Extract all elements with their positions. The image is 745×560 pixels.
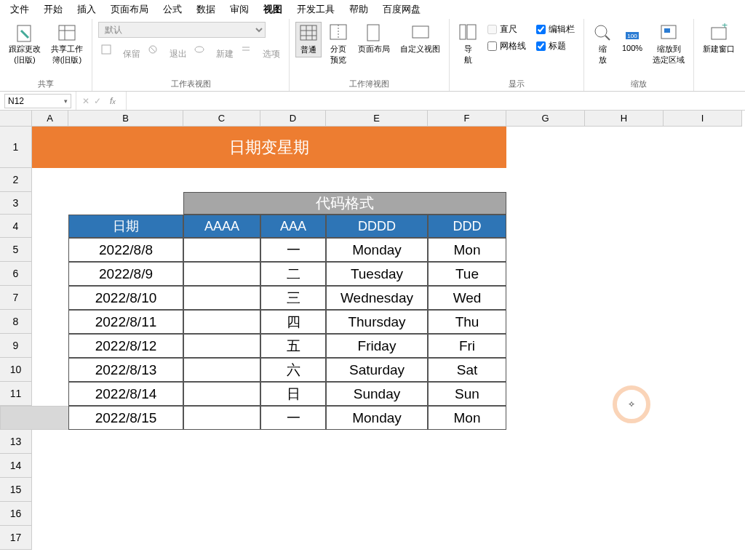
table-cell[interactable] [183, 382, 260, 406]
column-header[interactable]: D [260, 111, 326, 127]
menu-item-6[interactable]: 审阅 [223, 0, 256, 19]
row-header[interactable]: 8 [0, 310, 32, 334]
table-cell[interactable]: Sat [428, 358, 506, 382]
table-cell[interactable] [183, 406, 260, 430]
ruler-checkbox[interactable]: 直尺 [485, 22, 529, 37]
name-box[interactable]: N12▾ [4, 94, 71, 108]
menu-item-2[interactable]: 插入 [70, 0, 103, 19]
formula-input[interactable] [127, 92, 745, 110]
new-window-button[interactable]: +新建窗口 [700, 22, 738, 56]
row-header[interactable]: 16 [0, 502, 32, 526]
menu-item-10[interactable]: 百度网盘 [375, 0, 428, 19]
table-cell[interactable]: 2022/8/13 [68, 358, 183, 382]
menu-item-0[interactable]: 文件 [3, 0, 36, 19]
column-header[interactable]: H [585, 111, 664, 127]
zoom-selection-button[interactable]: 缩放到 选定区域 [650, 22, 688, 67]
zoom-100-button[interactable]: 100100% [619, 22, 645, 54]
table-cell[interactable]: Sun [428, 382, 506, 406]
table-cell[interactable] [183, 334, 260, 358]
row-header[interactable]: 4 [0, 215, 32, 238]
table-cell[interactable] [183, 238, 260, 262]
menu-item-3[interactable]: 页面布局 [103, 0, 156, 19]
table-header[interactable]: DDD [428, 215, 506, 238]
table-cell[interactable]: 五 [260, 334, 326, 358]
keep-button[interactable]: 保留 [98, 42, 143, 65]
table-cell[interactable]: Saturday [326, 358, 428, 382]
table-header[interactable]: AAA [260, 215, 326, 238]
table-cell[interactable]: 2022/8/10 [68, 286, 183, 310]
menu-item-5[interactable]: 数据 [189, 0, 223, 19]
gridlines-checkbox[interactable]: 网格线 [485, 39, 529, 54]
table-cell[interactable]: Tuesday [326, 262, 428, 286]
row-header[interactable]: 10 [0, 358, 32, 382]
table-cell[interactable]: Wed [428, 286, 506, 310]
row-header[interactable]: 6 [0, 262, 32, 286]
table-header[interactable]: 日期 [68, 215, 183, 238]
column-header[interactable]: E [326, 111, 428, 127]
row-header[interactable]: 14 [0, 454, 32, 478]
row-header[interactable]: 1 [0, 127, 32, 168]
headings-checkbox[interactable]: 标题 [533, 39, 578, 54]
table-cell[interactable] [183, 358, 260, 382]
table-cell[interactable]: 六 [260, 358, 326, 382]
confirm-icon[interactable]: ✓ [94, 96, 101, 106]
track-changes-button[interactable]: 跟踪更改 (旧版) [6, 22, 44, 67]
new-view-button[interactable]: 新建 [191, 42, 236, 65]
cancel-icon[interactable]: ✕ [82, 96, 89, 106]
table-cell[interactable]: 日 [260, 382, 326, 406]
sheet-view-selector[interactable]: 默认 [98, 22, 266, 38]
row-header[interactable]: 2 [0, 168, 32, 192]
menu-item-7[interactable]: 视图 [256, 0, 290, 19]
row-header[interactable]: 7 [0, 286, 32, 310]
table-cell[interactable]: Fri [428, 334, 506, 358]
table-cell[interactable]: 2022/8/15 [68, 406, 183, 430]
row-header[interactable]: 9 [0, 334, 32, 358]
normal-view-button[interactable]: 普通 [295, 22, 322, 57]
title-cell[interactable]: 日期变星期 [32, 127, 506, 168]
row-header[interactable]: 5 [0, 238, 32, 262]
column-header[interactable]: F [428, 111, 506, 127]
table-header[interactable]: AAAA [183, 215, 260, 238]
table-cell[interactable]: Tue [428, 262, 506, 286]
table-cell[interactable]: 二 [260, 262, 326, 286]
table-cell[interactable]: Thursday [326, 310, 428, 334]
table-header[interactable]: DDDD [326, 215, 428, 238]
subtitle-cell[interactable]: 代码格式 [183, 192, 506, 215]
custom-view-button[interactable]: 自定义视图 [397, 22, 443, 56]
page-break-button[interactable]: 分页 预览 [326, 22, 351, 67]
table-cell[interactable]: Wednesday [326, 286, 428, 310]
column-header[interactable]: A [32, 111, 68, 127]
table-cell[interactable]: 一 [260, 238, 326, 262]
spreadsheet-grid[interactable]: ABCDEFGHI 1234567891011121314151617 日期变星… [0, 111, 745, 560]
menu-item-8[interactable]: 开发工具 [290, 0, 342, 19]
table-cell[interactable]: Mon [428, 238, 506, 262]
table-cell[interactable]: 四 [260, 310, 326, 334]
formula-bar-checkbox[interactable]: 编辑栏 [533, 22, 578, 37]
menu-item-4[interactable]: 公式 [156, 0, 189, 19]
row-header[interactable]: 3 [0, 192, 32, 215]
table-cell[interactable]: 三 [260, 286, 326, 310]
row-header[interactable]: 11 [0, 382, 32, 406]
menu-item-9[interactable]: 帮助 [342, 0, 375, 19]
navigation-button[interactable]: 导 航 [455, 22, 480, 67]
row-header[interactable]: 15 [0, 478, 32, 502]
share-workbook-button[interactable]: 共享工作 簿(旧版) [48, 22, 86, 67]
table-cell[interactable]: Monday [326, 238, 428, 262]
table-cell[interactable]: Sunday [326, 382, 428, 406]
table-cell[interactable]: Friday [326, 334, 428, 358]
table-cell[interactable]: 2022/8/9 [68, 262, 183, 286]
table-cell[interactable]: Thu [428, 310, 506, 334]
row-header[interactable]: 17 [0, 526, 32, 550]
menu-item-1[interactable]: 开始 [36, 0, 70, 19]
table-cell[interactable]: 2022/8/8 [68, 238, 183, 262]
table-cell[interactable]: 2022/8/12 [68, 334, 183, 358]
table-cell[interactable]: 2022/8/11 [68, 310, 183, 334]
column-header[interactable]: G [506, 111, 585, 127]
select-all-corner[interactable] [0, 111, 32, 127]
column-header[interactable]: C [183, 111, 260, 127]
table-cell[interactable] [183, 286, 260, 310]
table-cell[interactable]: Mon [428, 406, 506, 430]
page-layout-button[interactable]: 页面布局 [355, 22, 393, 56]
table-cell[interactable] [183, 262, 260, 286]
row-header[interactable]: 13 [0, 430, 32, 454]
